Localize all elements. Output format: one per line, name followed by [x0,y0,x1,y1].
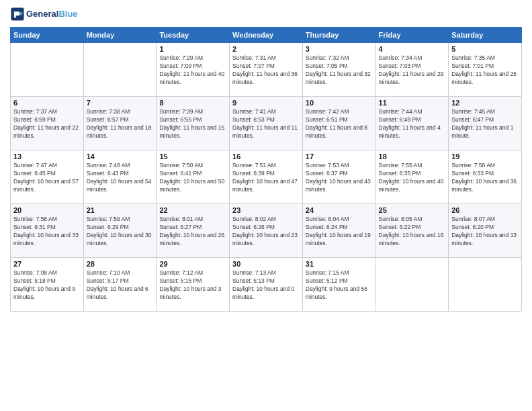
day-info: Sunrise: 7:42 AMSunset: 6:51 PMDaylight:… [306,108,373,140]
calendar-cell: 16Sunrise: 7:51 AMSunset: 6:39 PMDayligh… [230,150,303,204]
calendar-week-row: 6Sunrise: 7:37 AMSunset: 6:59 PMDaylight… [11,97,522,150]
day-info: Sunrise: 7:44 AMSunset: 6:49 PMDaylight:… [379,108,446,140]
calendar-cell: 1Sunrise: 7:29 AMSunset: 7:09 PMDaylight… [157,43,230,97]
calendar-cell: 9Sunrise: 7:41 AMSunset: 6:53 PMDaylight… [230,97,303,150]
day-info: Sunrise: 7:29 AMSunset: 7:09 PMDaylight:… [159,54,226,87]
calendar-cell: 11Sunrise: 7:44 AMSunset: 6:49 PMDayligh… [375,97,449,150]
day-info: Sunrise: 7:13 AMSunset: 5:13 PMDaylight:… [232,269,300,302]
day-info: Sunrise: 7:41 AMSunset: 6:53 PMDaylight:… [232,108,300,140]
day-number: 24 [306,206,373,214]
calendar-week-row: 27Sunrise: 7:08 AMSunset: 5:18 PMDayligh… [11,258,522,312]
day-info: Sunrise: 7:10 AMSunset: 5:17 PMDaylight:… [87,269,154,302]
day-info: Sunrise: 7:47 AMSunset: 6:45 PMDaylight:… [13,162,81,194]
day-info: Sunrise: 8:05 AMSunset: 6:22 PMDaylight:… [379,216,446,248]
day-number: 21 [87,206,154,214]
day-of-week-header: Sunday [11,28,84,43]
day-number: 31 [306,260,373,268]
day-number: 12 [451,99,519,107]
calendar-cell: 2Sunrise: 7:31 AMSunset: 7:07 PMDaylight… [230,43,303,97]
day-number: 22 [159,206,226,214]
day-of-week-header: Monday [83,28,157,43]
day-info: Sunrise: 7:50 AMSunset: 6:41 PMDaylight:… [159,162,226,194]
day-info: Sunrise: 7:58 AMSunset: 6:31 PMDaylight:… [13,216,81,248]
day-number: 7 [87,99,154,107]
calendar-cell [375,258,449,312]
calendar-cell: 14Sunrise: 7:48 AMSunset: 6:43 PMDayligh… [83,150,157,204]
calendar-body: 1Sunrise: 7:29 AMSunset: 7:09 PMDaylight… [11,43,522,312]
calendar-week-row: 1Sunrise: 7:29 AMSunset: 7:09 PMDaylight… [11,43,522,97]
day-number: 30 [232,260,300,268]
logo-name: GeneralBlue [26,9,78,19]
day-of-week-header: Thursday [302,28,375,43]
day-info: Sunrise: 7:32 AMSunset: 7:05 PMDaylight:… [306,54,373,87]
logo-icon [10,7,25,21]
calendar-table: SundayMondayTuesdayWednesdayThursdayFrid… [10,27,522,312]
calendar-cell [11,43,84,97]
header: GeneralBlue [10,7,522,21]
day-of-week-header: Friday [375,28,449,43]
day-of-week-header: Saturday [449,28,522,43]
calendar-cell: 19Sunrise: 7:56 AMSunset: 6:33 PMDayligh… [449,150,522,204]
day-number: 1 [159,45,226,53]
day-number: 26 [451,206,519,214]
calendar-cell: 5Sunrise: 7:35 AMSunset: 7:01 PMDaylight… [449,43,522,97]
day-number: 14 [87,152,154,161]
day-info: Sunrise: 8:04 AMSunset: 6:24 PMDaylight:… [306,216,373,248]
page: GeneralBlue SundayMondayTuesdayWednesday… [0,0,532,411]
calendar-cell: 20Sunrise: 7:58 AMSunset: 6:31 PMDayligh… [11,204,84,258]
day-number: 16 [232,152,300,161]
calendar-cell: 6Sunrise: 7:37 AMSunset: 6:59 PMDaylight… [11,97,84,150]
calendar-cell: 18Sunrise: 7:55 AMSunset: 6:35 PMDayligh… [375,150,449,204]
day-info: Sunrise: 7:48 AMSunset: 6:43 PMDaylight:… [87,162,154,194]
logo-text: GeneralBlue [26,9,78,19]
day-number: 13 [13,152,81,161]
day-number: 25 [379,206,446,214]
day-number: 29 [159,260,226,268]
day-number: 8 [159,99,226,107]
day-number: 18 [379,152,446,161]
calendar-week-row: 13Sunrise: 7:47 AMSunset: 6:45 PMDayligh… [11,150,522,204]
day-number: 3 [306,45,373,53]
day-info: Sunrise: 7:15 AMSunset: 5:12 PMDaylight:… [306,269,373,302]
calendar-cell: 17Sunrise: 7:53 AMSunset: 6:37 PMDayligh… [302,150,375,204]
day-info: Sunrise: 7:39 AMSunset: 6:55 PMDaylight:… [159,108,226,140]
day-number: 17 [306,152,373,161]
day-info: Sunrise: 7:55 AMSunset: 6:35 PMDaylight:… [379,162,446,194]
day-number: 15 [159,152,226,161]
calendar-cell: 12Sunrise: 7:45 AMSunset: 6:47 PMDayligh… [449,97,522,150]
calendar-cell: 31Sunrise: 7:15 AMSunset: 5:12 PMDayligh… [302,258,375,312]
day-of-week-header: Wednesday [230,28,303,43]
day-of-week-header: Tuesday [157,28,230,43]
calendar-cell: 23Sunrise: 8:02 AMSunset: 6:26 PMDayligh… [230,204,303,258]
day-number: 4 [379,45,446,53]
calendar-cell: 3Sunrise: 7:32 AMSunset: 7:05 PMDaylight… [302,43,375,97]
day-info: Sunrise: 7:38 AMSunset: 6:57 PMDaylight:… [87,108,154,140]
logo: GeneralBlue [10,7,78,21]
day-info: Sunrise: 7:31 AMSunset: 7:07 PMDaylight:… [232,54,300,87]
calendar-cell: 27Sunrise: 7:08 AMSunset: 5:18 PMDayligh… [11,258,84,312]
day-info: Sunrise: 7:35 AMSunset: 7:01 PMDaylight:… [451,54,519,87]
day-info: Sunrise: 8:07 AMSunset: 6:20 PMDaylight:… [451,216,519,248]
calendar-cell: 26Sunrise: 8:07 AMSunset: 6:20 PMDayligh… [449,204,522,258]
calendar-cell: 4Sunrise: 7:34 AMSunset: 7:03 PMDaylight… [375,43,449,97]
day-number: 19 [451,152,519,161]
calendar-cell: 21Sunrise: 7:59 AMSunset: 6:29 PMDayligh… [83,204,157,258]
day-info: Sunrise: 7:45 AMSunset: 6:47 PMDaylight:… [451,108,519,140]
calendar-cell: 30Sunrise: 7:13 AMSunset: 5:13 PMDayligh… [230,258,303,312]
day-info: Sunrise: 7:53 AMSunset: 6:37 PMDaylight:… [306,162,373,194]
calendar-week-row: 20Sunrise: 7:58 AMSunset: 6:31 PMDayligh… [11,204,522,258]
day-number: 27 [13,260,81,268]
day-info: Sunrise: 7:59 AMSunset: 6:29 PMDaylight:… [87,216,154,248]
calendar-cell: 24Sunrise: 8:04 AMSunset: 6:24 PMDayligh… [302,204,375,258]
calendar-cell: 28Sunrise: 7:10 AMSunset: 5:17 PMDayligh… [83,258,157,312]
day-info: Sunrise: 7:37 AMSunset: 6:59 PMDaylight:… [13,108,81,140]
day-number: 23 [232,206,300,214]
day-number: 6 [13,99,81,107]
calendar-cell: 13Sunrise: 7:47 AMSunset: 6:45 PMDayligh… [11,150,84,204]
day-info: Sunrise: 7:12 AMSunset: 5:15 PMDaylight:… [159,269,226,302]
calendar-cell: 25Sunrise: 8:05 AMSunset: 6:22 PMDayligh… [375,204,449,258]
day-number: 2 [232,45,300,53]
day-info: Sunrise: 8:01 AMSunset: 6:27 PMDaylight:… [159,216,226,248]
day-number: 10 [306,99,373,107]
calendar-cell [83,43,157,97]
